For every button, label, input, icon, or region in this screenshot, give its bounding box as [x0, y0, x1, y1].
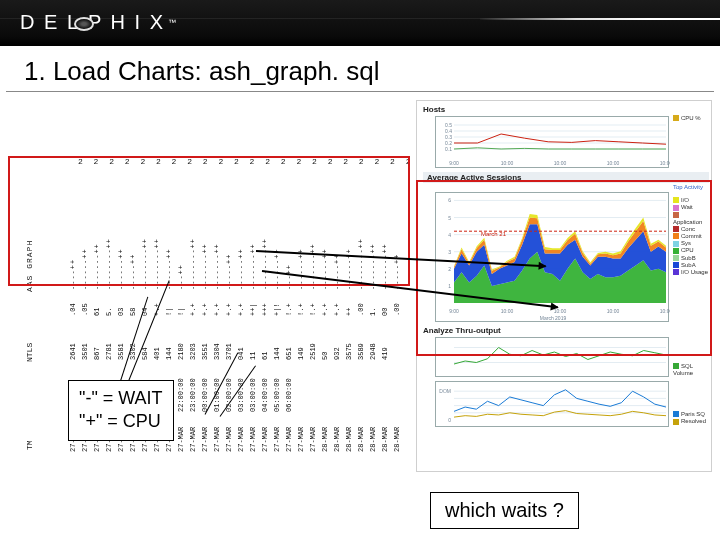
svg-text:10:00: 10:00: [660, 308, 670, 314]
ascii-count: 2180: [178, 343, 185, 360]
svg-text:6: 6: [448, 197, 451, 203]
ascii-count: 3581: [118, 343, 125, 360]
legend-item: I/O: [673, 197, 709, 204]
ascii-val: +.+: [334, 303, 341, 316]
charts-panel: Hosts 0.10.20.30.40.59:0010:0010:0010:00…: [416, 100, 712, 472]
ascii-count: 2641: [70, 343, 77, 360]
ascii-count: 3304: [214, 343, 221, 360]
legend-item: SubB: [673, 255, 709, 262]
ascii-hour: 05:00:00: [274, 378, 281, 412]
ascii-val: +.+: [322, 303, 329, 316]
svg-text:10:00: 10:00: [660, 160, 670, 166]
ascii-count: 419: [382, 347, 389, 360]
ascii-date: 28-MAR: [370, 427, 377, 452]
ascii-hour: 22:00:00: [178, 378, 185, 412]
ascii-val: 5.: [106, 308, 113, 316]
svg-text:0.5: 0.5: [445, 122, 452, 128]
svg-text:10:00: 10:00: [501, 160, 514, 166]
ascii-count: 50: [322, 352, 329, 360]
ascii-count: 867: [94, 347, 101, 360]
io-legend: Paris SQ Resolved: [673, 411, 709, 425]
legend-key-box: "-" = WAIT "+" = CPU: [68, 380, 174, 441]
ascii-date: 27-MAR: [178, 427, 185, 452]
legend-item: I/O Usage: [673, 269, 709, 276]
ascii-hour: 03:00:00: [250, 378, 257, 412]
ascii-tm-label: TM: [26, 440, 34, 450]
svg-text:9:00: 9:00: [449, 308, 459, 314]
thru-title: Analyze Thru-output: [423, 326, 709, 335]
header-highlight: [480, 18, 720, 20]
brand-text-left: D E L: [20, 11, 80, 34]
ascii-val: +++: [262, 303, 269, 316]
ascii-date: 28-MAR: [382, 427, 389, 452]
ascii-val: 61: [94, 308, 101, 316]
ascii-date: 27-MAR: [262, 427, 269, 452]
ascii-count: 2948: [370, 343, 377, 360]
ascii-count: 2781: [106, 343, 113, 360]
aas-title: Average Active Sessions: [423, 172, 709, 183]
aas-annotation: March 21: [481, 231, 506, 237]
svg-text:9:00: 9:00: [449, 160, 459, 166]
ascii-hour: 04:00:00: [262, 378, 269, 412]
page-title: 1. Load Charts: ash_graph. sql: [6, 46, 714, 92]
ascii-val: .00: [394, 303, 401, 316]
ascii-val: ++|: [250, 303, 257, 316]
legend-item: Application: [673, 211, 709, 225]
brand-trademark: ™: [168, 18, 176, 27]
svg-text:0: 0: [448, 417, 451, 423]
legend-item: Sys: [673, 240, 709, 247]
ascii-val: +.+: [238, 303, 245, 316]
ascii-count: 932: [334, 347, 341, 360]
ascii-count: 2519: [310, 343, 317, 360]
brand-logo: D E L P H I X ™: [20, 0, 720, 45]
ascii-date: 27-MAR: [214, 427, 221, 452]
ascii-count: 584: [142, 347, 149, 360]
hosts-title: Hosts: [423, 105, 709, 114]
ascii-val: !|: [178, 308, 185, 316]
ascii-count: 401: [154, 347, 161, 360]
ascii-count: 149: [298, 347, 305, 360]
ascii-hour: 06:00:00: [286, 378, 293, 412]
legend-item: CPU: [673, 247, 709, 254]
ascii-date: 27-MAR: [286, 427, 293, 452]
ascii-hour: 23:00:00: [190, 378, 197, 412]
ascii-date: 27-MAR: [298, 427, 305, 452]
svg-text:March 2019: March 2019: [540, 315, 567, 321]
ascii-count: 144: [274, 347, 281, 360]
ascii-date: 28-MAR: [346, 427, 353, 452]
ascii-val: !.+: [286, 303, 293, 316]
ascii-val: .00: [358, 303, 365, 316]
ascii-count: 61: [262, 352, 269, 360]
ascii-count: 3701: [226, 343, 233, 360]
ascii-date: 28-MAR: [358, 427, 365, 452]
svg-text:10:00: 10:00: [607, 160, 620, 166]
ascii-count: 3501: [82, 343, 89, 360]
svg-text:0.3: 0.3: [445, 134, 452, 140]
svg-text:DOM: DOM: [439, 388, 451, 394]
ascii-val: .04: [70, 303, 77, 316]
ascii-val: !.+: [298, 303, 305, 316]
svg-text:0.1: 0.1: [445, 146, 452, 152]
ascii-val: ++: [346, 308, 353, 316]
ascii-val: +.+: [190, 303, 197, 316]
ascii-count: 144: [166, 347, 173, 360]
ascii-val: +.+: [214, 303, 221, 316]
ascii-val: !|: [166, 308, 173, 316]
ascii-val: !.+: [310, 303, 317, 316]
svg-text:4: 4: [448, 232, 451, 238]
legend-item: Wait: [673, 204, 709, 211]
sql-legend: SQL Volume: [673, 363, 709, 377]
hosts-chart: 0.10.20.30.40.59:0010:0010:0010:0010:00: [435, 116, 669, 168]
ascii-date: 27-MAR: [202, 427, 209, 452]
highlight-box-left: [8, 156, 410, 286]
ascii-date: 27-MAR: [238, 427, 245, 452]
ascii-date: 27-MAR: [250, 427, 257, 452]
ascii-ntls-label: NTLS: [26, 343, 34, 362]
ascii-count: 041: [238, 347, 245, 360]
brand-oval-icon: [74, 17, 94, 31]
ascii-val: 58: [130, 308, 137, 316]
ascii-date: 27-MAR: [310, 427, 317, 452]
hosts-legend: CPU %: [673, 115, 709, 122]
io-chart: 0DOM: [435, 381, 669, 427]
svg-text:5: 5: [448, 215, 451, 221]
